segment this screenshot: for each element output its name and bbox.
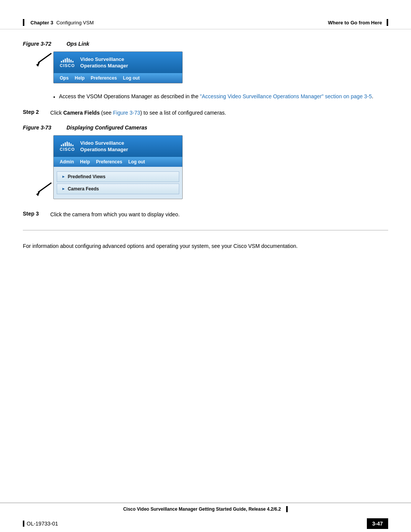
menu-predefined-label: Predefined Views <box>68 174 105 179</box>
svg-line-0 <box>38 53 51 63</box>
cisco-text73: CISCO <box>60 147 75 152</box>
b3 <box>65 142 66 146</box>
figure73-screenshot: CISCO Video Surveillance Operations Mana… <box>53 135 183 199</box>
cisco-bars72 <box>61 58 73 62</box>
figure72-screenshot: CISCO Video Surveillance Operations Mana… <box>53 51 183 83</box>
b4 <box>67 142 68 146</box>
menu-camerafeeds-label: Camera Feeds <box>68 186 99 192</box>
vsm72-nav-ops: Ops <box>60 75 68 81</box>
footer-ol-number: OL-19733-01 <box>27 521 58 527</box>
vsm72-header: CISCO Video Surveillance Operations Mana… <box>54 52 182 73</box>
vsm72-title: Video Surveillance Operations Manager <box>80 56 128 69</box>
step2-link[interactable]: Figure 3-73 <box>113 110 140 116</box>
vsm73-nav-logout: Log out <box>128 159 145 165</box>
b6 <box>70 144 72 146</box>
menu-arrow-icon: ► <box>62 174 65 179</box>
vsm72-title-line1: Video Surveillance <box>80 56 128 63</box>
vsm73-nav-help: Help <box>80 159 90 165</box>
bullet-link[interactable]: "Accessing Video Surveillance Operations… <box>200 93 372 99</box>
footer-page-number: 3-47 <box>367 518 388 529</box>
step2-bold: Camera Fields <box>63 110 100 116</box>
section-separator <box>23 230 388 230</box>
step2-before-bold: Click <box>50 110 63 116</box>
figure72-caption: Figure 3-72 Ops Link <box>23 41 388 47</box>
vsm73-header: CISCO Video Surveillance Operations Mana… <box>54 136 182 157</box>
vsm73-nav-admin: Admin <box>60 159 74 165</box>
vsm73-title-line2: Operations Manager <box>80 147 128 153</box>
footer-doc-title-container: Cisco Video Surveillance Manager Getting… <box>123 506 288 512</box>
header-left: Chapter 3 Configuring VSM <box>23 19 94 26</box>
cisco-logo72: CISCO <box>60 58 75 68</box>
vsm73-nav: Admin Help Preferences Log out <box>54 157 182 167</box>
vsm72-nav-logout: Log out <box>123 75 140 81</box>
b7 <box>72 145 73 146</box>
step3-row: Step 3 Click the camera from which you w… <box>23 211 388 219</box>
menu-arrow-icon2: ► <box>62 187 65 191</box>
bar6 <box>70 60 72 62</box>
figure72-title: Ops Link <box>67 41 89 47</box>
footer-doc-title-text: Cisco Video Surveillance Manager Getting… <box>123 506 281 512</box>
vsm72-title-line2: Operations Manager <box>80 63 128 69</box>
bullet-before-link: Access the VSOM Operations Manager as de… <box>59 93 200 99</box>
vsm73-body: ► Predefined Views ► Camera Feeds <box>54 167 182 199</box>
bullet-text: Access the VSOM Operations Manager as de… <box>59 93 373 101</box>
figure73-container: CISCO Video Surveillance Operations Mana… <box>53 135 388 199</box>
step2-label: Step 2 <box>23 109 46 115</box>
footer-bottom: OL-19733-01 3-47 <box>0 515 411 532</box>
bar5 <box>68 59 70 62</box>
chapter-number: Chapter 3 <box>30 20 53 26</box>
header-bar: Chapter 3 Configuring VSM Where to Go fr… <box>0 15 411 29</box>
vsm73-title: Video Surveillance Operations Manager <box>80 140 128 153</box>
footer-rule <box>286 506 288 512</box>
bullet-after-link: . <box>372 93 373 99</box>
figure73-number: Figure 3-73 <box>23 125 51 131</box>
footer-ol-container: OL-19733-01 <box>23 521 58 527</box>
figure73-title: Displaying Configured Cameras <box>67 125 147 131</box>
svg-line-2 <box>38 183 51 192</box>
cisco-logo73: CISCO <box>60 142 75 152</box>
vsm73-menu-camerafeeds: ► Camera Feeds <box>57 184 179 194</box>
main-content: Figure 3-72 Ops Link <box>0 29 411 265</box>
vsm72-nav-help: Help <box>75 75 84 81</box>
header-rule-left <box>23 19 24 26</box>
bar7 <box>72 61 73 62</box>
bar4 <box>67 58 68 62</box>
bullet-list: • Access the VSOM Operations Manager as … <box>53 93 388 101</box>
header-right: Where to Go from Here <box>328 19 388 26</box>
arrow73-indicator <box>34 181 53 199</box>
arrow72-indicator <box>34 51 53 69</box>
section-title: Where to Go from Here <box>328 20 382 26</box>
chapter-title: Configuring VSM <box>56 20 94 26</box>
vsm72-nav-prefs: Preferences <box>91 75 117 81</box>
bar2 <box>63 60 64 62</box>
figure72-number: Figure 3-72 <box>23 41 51 47</box>
bar1 <box>61 61 62 62</box>
header-rule-right <box>387 19 388 26</box>
b5 <box>68 142 70 146</box>
step3-label: Step 3 <box>23 211 46 217</box>
page: Chapter 3 Configuring VSM Where to Go fr… <box>0 15 411 532</box>
b2 <box>63 144 64 146</box>
footer-top: Cisco Video Surveillance Manager Getting… <box>0 503 411 515</box>
footer-ol-rule <box>23 521 24 527</box>
bullet-dot: • <box>53 93 55 101</box>
step2-middle: (see <box>100 110 113 116</box>
b1 <box>61 145 62 146</box>
bullet-item: • Access the VSOM Operations Manager as … <box>53 93 388 101</box>
step3-content: Click the camera from which you want to … <box>50 211 388 219</box>
step2-row: Step 2 Click Camera Fields (see Figure 3… <box>23 109 388 117</box>
vsm72-nav: Ops Help Preferences Log out <box>54 73 182 83</box>
info-paragraph: For information about configuring advanc… <box>23 242 388 250</box>
figure72-container: CISCO Video Surveillance Operations Mana… <box>53 51 388 83</box>
step2-end: ) to see a list of configured cameras. <box>140 110 226 116</box>
vsm73-title-line1: Video Surveillance <box>80 140 128 147</box>
cisco-bars73 <box>61 142 73 146</box>
figure73-caption: Figure 3-73 Displaying Configured Camera… <box>23 125 388 131</box>
cisco-text72: CISCO <box>60 63 75 68</box>
vsm73-nav-prefs: Preferences <box>96 159 122 165</box>
step2-content: Click Camera Fields (see Figure 3-73) to… <box>50 109 388 117</box>
footer: Cisco Video Surveillance Manager Getting… <box>0 503 411 532</box>
bar3 <box>65 59 66 62</box>
vsm73-menu-predefined: ► Predefined Views <box>57 171 179 182</box>
